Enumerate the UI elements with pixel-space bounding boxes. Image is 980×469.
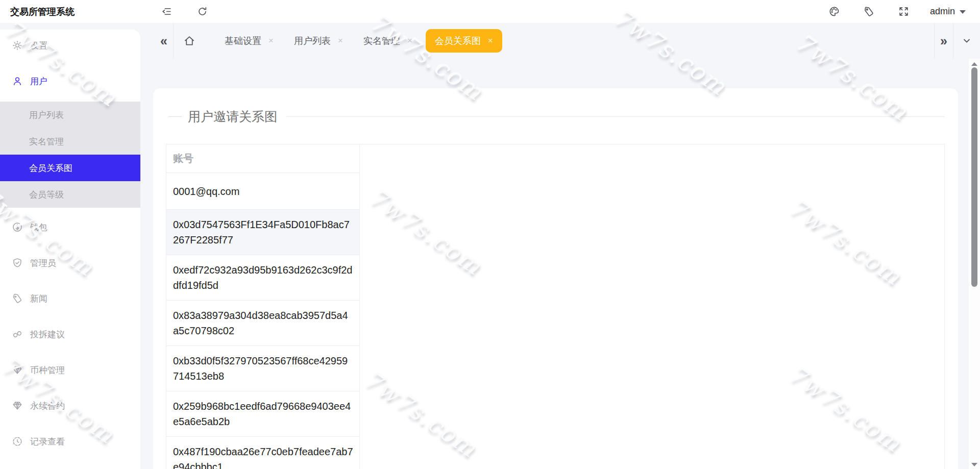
account-value: 0xb33d0f5f327970523567ff68ce42959714513e… xyxy=(173,353,353,384)
sidebar: 设置 用户 用户列表 实名管理 会员关系图 会员等级 钱包 xyxy=(0,30,140,469)
sub-item-label: 会员等级 xyxy=(29,189,64,201)
sidebar-item-feedback[interactable]: 投拆建议 xyxy=(0,316,140,352)
sidebar-item-admins[interactable]: 管理员 xyxy=(0,245,140,281)
tabs-menu-button[interactable] xyxy=(953,23,980,59)
sidebar-item-label: 记录查看 xyxy=(30,436,65,448)
gear-icon xyxy=(12,40,22,51)
vertical-scrollbar[interactable] xyxy=(969,59,980,469)
sidebar-item-label: 币种管理 xyxy=(30,364,65,376)
scroll-down-arrow-icon[interactable] xyxy=(971,463,977,466)
sub-item-label: 会员关系图 xyxy=(29,162,72,174)
scrollbar-thumb[interactable] xyxy=(971,67,977,287)
sidebar-item-label: 钱包 xyxy=(30,221,47,233)
tab-member-relation-graph[interactable]: 会员关系图 × xyxy=(426,29,502,53)
sidebar-item-label: 新闻 xyxy=(30,293,47,305)
palette-icon xyxy=(829,6,840,17)
tabs-scroll-left-button[interactable]: « xyxy=(155,23,173,59)
fullscreen-button[interactable] xyxy=(895,3,913,20)
refresh-icon xyxy=(197,6,208,17)
sidebar-item-settings[interactable]: 设置 xyxy=(0,30,140,61)
sub-item-label: 实名管理 xyxy=(29,136,64,147)
table-row[interactable]: 0xb33d0f5f327970523567ff68ce42959714513e… xyxy=(166,346,359,391)
relation-table: 账号 0001@qq.com 0x03d7547563Ff1E34Fa5D010… xyxy=(166,144,945,469)
close-icon[interactable]: × xyxy=(268,36,274,46)
section-head: 用户邀请关系图 xyxy=(168,108,945,125)
relation-graph-canvas xyxy=(359,144,944,469)
accounts-column: 账号 0001@qq.com 0x03d7547563Ff1E34Fa5D010… xyxy=(166,144,359,469)
theme-button[interactable] xyxy=(826,3,843,20)
sidebar-item-label: 管理员 xyxy=(30,257,56,269)
caret-down-icon xyxy=(960,10,966,14)
history-clock-icon xyxy=(12,436,22,447)
table-row[interactable]: 0001@qq.com xyxy=(166,173,359,210)
tab-label: 用户列表 xyxy=(294,35,331,47)
tab-kyc-management[interactable]: 实名管理 × xyxy=(356,29,420,53)
table-row[interactable]: 0x03d7547563Ff1E34Fa5D010Fb8ac7267F2285f… xyxy=(166,210,359,255)
account-value: 0x83a38979a304d38ea8cab3957d5a4a5c70798c… xyxy=(173,308,353,338)
sidebar-item-records[interactable]: 记录查看 xyxy=(0,424,140,459)
tab-label: 实名管理 xyxy=(363,35,400,47)
gem-icon xyxy=(12,365,22,375)
account-value: 0x03d7547563Ff1E34Fa5D010Fb8ac7267F2285f… xyxy=(173,217,353,248)
tag-icon xyxy=(864,6,874,17)
sidebar-item-wallet[interactable]: 钱包 xyxy=(0,209,140,245)
menu-fold-icon xyxy=(161,6,172,17)
divider xyxy=(168,116,182,117)
sidebar-item-coin-management[interactable]: 币种管理 xyxy=(0,352,140,388)
sidebar-item-label: 用户 xyxy=(30,76,47,87)
column-header-account: 账号 xyxy=(166,144,359,173)
sidebar-item-users[interactable]: 用户 xyxy=(0,65,140,97)
refresh-button[interactable] xyxy=(193,3,211,20)
dollar-circle-icon xyxy=(12,222,22,232)
tab-label: 基础设置 xyxy=(225,35,261,47)
sidebar-item-news[interactable]: 新闻 xyxy=(0,281,140,316)
account-value: 0001@qq.com xyxy=(173,184,353,199)
user-menu[interactable]: admin xyxy=(930,6,966,17)
chevron-down-icon xyxy=(962,36,971,45)
account-value: 0x487f190cbaa26e77c0eb7feadee7ab7e94cbbb… xyxy=(173,444,353,469)
tab-user-list[interactable]: 用户列表 × xyxy=(287,29,350,53)
sidebar-item-label: 永续合约 xyxy=(30,400,65,412)
tabs-scroll-right-button[interactable]: » xyxy=(935,23,953,59)
account-value: 0x259b968bc1eedf6ad79668e9403ee4e5a6e5ab… xyxy=(173,399,353,429)
tag-button[interactable] xyxy=(861,3,878,20)
header-actions: admin xyxy=(808,3,980,20)
close-icon[interactable]: × xyxy=(488,36,493,46)
users-submenu: 用户列表 实名管理 会员关系图 会员等级 xyxy=(0,102,140,208)
sidebar-item-user-list[interactable]: 用户列表 xyxy=(0,102,140,128)
tab-label: 会员关系图 xyxy=(435,35,481,47)
account-value: 0xedf72c932a93d95b9163d262c3c9f2ddfd19fd… xyxy=(173,262,353,293)
close-icon[interactable]: × xyxy=(407,36,412,46)
table-row[interactable]: 0x83a38979a304d38ea8cab3957d5a4a5c70798c… xyxy=(166,301,359,346)
link-icon xyxy=(12,329,22,339)
table-row[interactable]: 0x259b968bc1eedf6ad79668e9403ee4e5a6e5ab… xyxy=(166,391,359,437)
content-card: 用户邀请关系图 账号 0001@qq.com 0x03d7547563Ff1E3… xyxy=(153,88,958,469)
user-icon xyxy=(12,76,22,86)
sidebar-item-label: 投拆建议 xyxy=(30,329,65,340)
tab-basic-settings[interactable]: 基础设置 × xyxy=(217,29,281,53)
open-tabs: 基础设置 × 用户列表 × 实名管理 × 会员关系图 × xyxy=(217,29,508,53)
gem-icon xyxy=(12,401,22,411)
sidebar-collapse-button[interactable] xyxy=(158,3,175,20)
fullscreen-icon xyxy=(898,6,909,17)
table-row[interactable]: 0xedf72c932a93d95b9163d262c3c9f2ddfd19fd… xyxy=(166,255,359,301)
sub-item-label: 用户列表 xyxy=(29,109,64,121)
sidebar-item-perpetual-contracts[interactable]: 永续合约 xyxy=(0,388,140,424)
home-tab-button[interactable] xyxy=(174,23,205,59)
scroll-up-arrow-icon[interactable] xyxy=(971,62,977,66)
close-icon[interactable]: × xyxy=(338,36,343,46)
home-icon xyxy=(183,35,195,47)
sidebar-item-member-level[interactable]: 会员等级 xyxy=(0,181,140,208)
divider xyxy=(286,116,945,117)
tag-icon xyxy=(12,293,22,304)
app-title: 交易所管理系统 xyxy=(0,6,140,18)
app-header: 交易所管理系统 admin xyxy=(0,0,980,23)
page-title: 用户邀请关系图 xyxy=(188,108,277,125)
user-name: admin xyxy=(930,6,955,17)
sidebar-item-member-relation-graph[interactable]: 会员关系图 xyxy=(0,155,140,181)
sidebar-item-label: 设置 xyxy=(30,40,47,52)
tabbar: « 基础设置 × 用户列表 × 实名管理 × 会员关系图 × » xyxy=(140,23,980,59)
shield-check-icon xyxy=(12,258,22,268)
table-row[interactable]: 0x487f190cbaa26e77c0eb7feadee7ab7e94cbbb… xyxy=(166,437,359,469)
sidebar-item-kyc-management[interactable]: 实名管理 xyxy=(0,128,140,155)
